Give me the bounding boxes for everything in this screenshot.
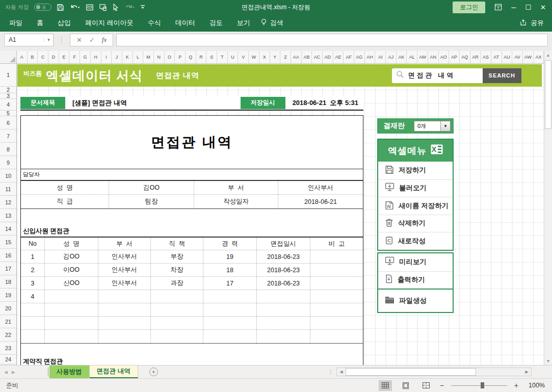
column-header-B[interactable]: B	[28, 51, 38, 63]
interviewers-cell[interactable]: 19	[203, 250, 257, 264]
column-header-AU[interactable]: AU	[502, 51, 513, 63]
interviewers-cell[interactable]: 1	[21, 250, 45, 264]
tab-scroll-splitter[interactable]: ⋮	[328, 369, 333, 375]
interviewers-cell[interactable]	[310, 250, 363, 264]
column-header-X[interactable]: X	[259, 51, 270, 63]
column-header-AR[interactable]: AR	[470, 51, 481, 63]
interviewers-cell[interactable]	[310, 264, 363, 277]
column-header-T[interactable]: T	[217, 51, 228, 63]
manager-field-value[interactable]: 2018-06-21	[278, 195, 363, 208]
interviewers-cell[interactable]: 4	[21, 290, 45, 303]
column-header-AW[interactable]: AW	[523, 51, 534, 63]
customize-qat-icon[interactable]	[140, 4, 145, 10]
column-header-O[interactable]: O	[165, 51, 175, 63]
approval-dropdown-icon[interactable]: ▼	[440, 121, 450, 131]
menu-item-new[interactable]: C새로작성	[378, 232, 453, 250]
column-header-V[interactable]: V	[238, 51, 249, 63]
ribbon-tab-6[interactable]: 검토	[202, 14, 230, 32]
redo-icon[interactable]	[124, 4, 135, 11]
zoom-out-button[interactable]: −	[440, 381, 444, 389]
row-header-11[interactable]: 11	[0, 182, 16, 196]
column-header-E[interactable]: E	[59, 51, 70, 63]
row-header-4[interactable]: 4	[0, 99, 16, 111]
minimize-button[interactable]: ─	[511, 4, 516, 11]
column-header-AC[interactable]: AC	[312, 51, 323, 63]
column-header-AP[interactable]: AP	[449, 51, 460, 63]
column-header-AX[interactable]: AX	[534, 51, 544, 63]
interviewers-empty-cell[interactable]	[151, 330, 203, 343]
zoom-slider-thumb[interactable]	[481, 382, 484, 388]
interviewers-cell[interactable]	[203, 290, 257, 303]
row-header-10[interactable]: 10	[0, 169, 16, 182]
scroll-left-icon[interactable]: ◀	[337, 368, 346, 376]
manager-field-value[interactable]: 팀장	[109, 195, 194, 208]
row-header-1[interactable]: 1	[0, 64, 16, 87]
interviewers-empty-cell[interactable]	[257, 317, 310, 330]
login-button[interactable]: 로그인	[453, 2, 485, 13]
ribbon-tab-0[interactable]: 파일	[2, 14, 30, 32]
interviewers-empty-cell[interactable]	[98, 317, 151, 330]
new-sheet-button[interactable]: +	[149, 368, 158, 376]
column-header-AM[interactable]: AM	[417, 51, 428, 63]
autosave-toggle[interactable]: 끔	[34, 4, 51, 11]
menu-item-delete[interactable]: 삭제하기	[378, 215, 453, 232]
column-header-AV[interactable]: AV	[512, 51, 523, 63]
row-header-21[interactable]: 21	[0, 315, 16, 328]
cancel-entry-icon[interactable]: ✕	[76, 36, 82, 44]
menu-item-preview[interactable]: 미리보기	[378, 253, 453, 271]
interviewers-cell[interactable]: 인사부서	[98, 250, 151, 264]
ribbon-tab-4[interactable]: 수식	[141, 14, 168, 32]
row-header-7[interactable]: 7	[0, 129, 16, 143]
interviewers-empty-cell[interactable]	[45, 330, 98, 343]
ribbon-tab-2[interactable]: 삽입	[50, 14, 78, 32]
column-header-A[interactable]: A	[17, 51, 28, 63]
scroll-down-icon[interactable]: ▼	[544, 357, 552, 365]
search-button[interactable]: SEARCH	[483, 68, 521, 83]
interviewers-cell[interactable]	[98, 290, 151, 303]
interviewers-empty-cell[interactable]	[45, 303, 98, 317]
column-header-AF[interactable]: AF	[344, 51, 354, 63]
zoom-percentage[interactable]: 100%	[525, 382, 545, 389]
manager-field-label[interactable]: 부 서	[194, 181, 278, 195]
interviewers-empty-cell[interactable]	[257, 303, 310, 317]
form-view-icon[interactable]	[86, 4, 94, 11]
interviewers-cell[interactable]: 2	[21, 264, 45, 277]
interviewers-cell[interactable]: 3	[21, 277, 45, 290]
row-header-14[interactable]: 14	[0, 222, 16, 236]
interviewers-cell[interactable]	[310, 277, 363, 290]
menu-item-save[interactable]: 저장하기	[378, 162, 453, 179]
column-header-H[interactable]: H	[91, 51, 101, 63]
insert-function-icon[interactable]: fx	[102, 36, 107, 44]
horizontal-scroll-thumb[interactable]	[346, 368, 476, 376]
next-sheet-icon[interactable]: ▶	[12, 370, 15, 375]
column-header-U[interactable]: U	[228, 51, 239, 63]
interviewers-cell[interactable]: 부장	[151, 250, 203, 264]
interviewers-empty-cell[interactable]	[98, 330, 151, 343]
column-header-AD[interactable]: AD	[323, 51, 333, 63]
column-header-I[interactable]: I	[101, 51, 112, 63]
page-layout-view-icon[interactable]	[399, 380, 412, 391]
interviewers-empty-cell[interactable]	[310, 330, 363, 343]
row-header-12[interactable]: 12	[0, 196, 16, 209]
column-header-AI[interactable]: AI	[375, 51, 386, 63]
row-header-13[interactable]: 13	[0, 209, 16, 222]
column-header-D[interactable]: D	[48, 51, 59, 63]
sheet-canvas[interactable]: 비즈폼 엑셀데이터 서식 면접관 내역 SEARCH 문서제목 [샘플] 면접관…	[17, 64, 544, 365]
column-header-AA[interactable]: AA	[291, 51, 302, 63]
interviewers-cell[interactable]: 18	[203, 264, 257, 277]
sheet-tab-1[interactable]: 면접관 내역	[90, 365, 138, 378]
manager-field-label[interactable]: 성 명	[21, 181, 109, 195]
ribbon-tab-7[interactable]: 보기	[230, 14, 257, 32]
manager-field-label[interactable]: 작성일자	[194, 195, 278, 208]
sheet-tab-0[interactable]: 사용방법	[49, 365, 90, 378]
interviewers-empty-cell[interactable]	[203, 303, 257, 317]
row-header-15[interactable]: 15	[0, 236, 16, 249]
row-header-8[interactable]: 8	[0, 143, 16, 156]
interviewers-empty-cell[interactable]	[21, 303, 45, 317]
formula-input[interactable]	[116, 34, 548, 46]
interviewers-empty-cell[interactable]	[45, 317, 98, 330]
column-header-L[interactable]: L	[133, 51, 144, 63]
touch-mode-icon[interactable]	[99, 4, 107, 11]
row-header-3[interactable]: 3	[0, 93, 16, 99]
normal-view-icon[interactable]	[379, 380, 392, 391]
